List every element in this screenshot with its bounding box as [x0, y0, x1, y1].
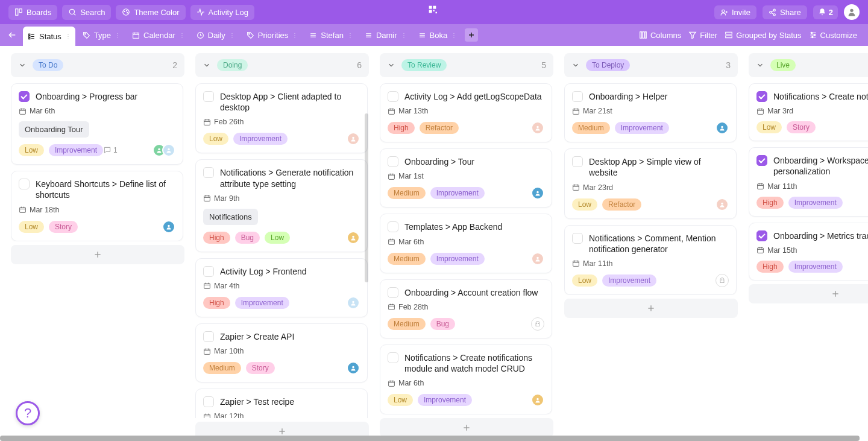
- task-checkbox[interactable]: [756, 155, 767, 166]
- task-card[interactable]: Notifications > Comment, Mention notific…: [564, 225, 737, 295]
- task-card[interactable]: Onboarding > Account creation flowFeb 28…: [380, 279, 552, 338]
- assignee-avatar[interactable]: [162, 220, 175, 233]
- task-checkbox[interactable]: [203, 167, 214, 178]
- assignee-avatar[interactable]: [531, 186, 544, 200]
- task-card[interactable]: Notifications > Generate notification at…: [195, 159, 368, 252]
- boards-button[interactable]: Boards: [8, 5, 57, 20]
- filter-option[interactable]: Filter: [688, 31, 717, 40]
- task-checkbox[interactable]: [203, 331, 214, 342]
- tag-row: MediumBug: [388, 318, 455, 330]
- view-menu-icon[interactable]: ⋮: [229, 32, 234, 39]
- task-card[interactable]: Notifications > Create notif CRUDMar 3rd…: [749, 83, 868, 141]
- task-title: Onboarding > Helper: [589, 91, 667, 102]
- columns-option[interactable]: Columns: [639, 31, 681, 40]
- collapse-icon[interactable]: [756, 61, 764, 69]
- add-card-button[interactable]: [11, 245, 184, 264]
- view-tab-boka[interactable]: Boka⋮: [414, 28, 462, 43]
- task-card[interactable]: Onboarding > Workspace personalizationMa…: [749, 147, 868, 216]
- back-button[interactable]: [5, 29, 19, 41]
- assignee-avatar[interactable]: [715, 274, 729, 287]
- view-menu-icon[interactable]: ⋮: [179, 32, 184, 39]
- add-view-button[interactable]: [465, 28, 478, 42]
- task-checkbox[interactable]: [203, 266, 214, 277]
- task-checkbox[interactable]: [572, 156, 583, 167]
- task-card[interactable]: Templates > App BackendMar 6thMediumImpr…: [380, 214, 552, 273]
- add-card-button[interactable]: [749, 284, 868, 303]
- assignee-avatar[interactable]: [531, 252, 544, 265]
- task-checkbox[interactable]: [388, 221, 398, 232]
- task-checkbox[interactable]: [756, 230, 767, 241]
- assignee-avatar[interactable]: [531, 393, 544, 407]
- task-card[interactable]: Zapier > Create APIMar 10thMediumStory: [195, 323, 368, 382]
- view-tab-daily[interactable]: Daily⋮: [192, 28, 239, 43]
- collapse-icon[interactable]: [571, 61, 580, 69]
- svg-rect-149: [758, 184, 764, 189]
- task-card[interactable]: Desktop App > Client adapted to desktopF…: [195, 83, 368, 153]
- task-checkbox[interactable]: [19, 91, 30, 102]
- task-card[interactable]: Activity Log > Add getLogScopeDataMar 13…: [380, 83, 552, 142]
- collapse-icon[interactable]: [18, 61, 27, 69]
- task-checkbox[interactable]: [203, 91, 214, 102]
- activity-button[interactable]: Activity Log: [190, 5, 254, 20]
- theme-button[interactable]: Theme Color: [116, 5, 185, 20]
- column-scrollbar[interactable]: [365, 113, 368, 282]
- task-card[interactable]: Notifications > Create notifications mod…: [380, 344, 552, 414]
- svg-rect-51: [726, 32, 732, 34]
- assignee-avatar[interactable]: [715, 198, 729, 211]
- search-button[interactable]: Search: [62, 5, 111, 20]
- group-option[interactable]: Grouped by Status: [725, 31, 801, 40]
- assignee-avatar[interactable]: [531, 121, 544, 135]
- task-card[interactable]: Desktop App > Simple view of websiteMar …: [564, 148, 737, 218]
- view-tab-damir[interactable]: Damir⋮: [360, 28, 411, 43]
- task-checkbox[interactable]: [572, 233, 583, 244]
- task-date: Mar 4th: [203, 282, 360, 290]
- assignee-avatar[interactable]: [347, 231, 360, 244]
- task-card[interactable]: Onboarding > TourMar 1stMediumImprovemen…: [380, 148, 552, 208]
- share-button[interactable]: Share: [763, 5, 807, 19]
- task-card[interactable]: Keyboard Shortcuts > Define list of shor…: [11, 171, 183, 241]
- help-button[interactable]: ?: [16, 401, 40, 425]
- view-tab-type[interactable]: Type⋮: [78, 28, 125, 43]
- add-card-button[interactable]: [564, 299, 738, 318]
- task-checkbox[interactable]: [756, 91, 767, 102]
- task-card[interactable]: Onboarding > Progress barMar 6thOnboardi…: [11, 83, 183, 165]
- view-menu-icon[interactable]: ⋮: [292, 32, 297, 39]
- assignee-avatar[interactable]: [715, 121, 729, 135]
- task-checkbox[interactable]: [388, 91, 398, 102]
- task-checkbox[interactable]: [19, 179, 30, 189]
- customize-option[interactable]: Customize: [809, 31, 857, 40]
- task-date: Mar 6th: [19, 107, 175, 115]
- view-tab-stefan[interactable]: Stefan⋮: [304, 28, 357, 43]
- view-menu-icon[interactable]: ⋮: [451, 32, 456, 39]
- task-checkbox[interactable]: [388, 287, 398, 298]
- task-checkbox[interactable]: [388, 156, 398, 167]
- view-menu-icon[interactable]: ⋮: [115, 32, 120, 39]
- collapse-icon[interactable]: [203, 61, 211, 69]
- horizontal-scrollbar[interactable]: [0, 436, 860, 441]
- notifications-button[interactable]: 2: [813, 5, 838, 19]
- task-checkbox[interactable]: [388, 352, 398, 363]
- add-card-button[interactable]: [380, 418, 553, 437]
- task-checkbox[interactable]: [572, 91, 583, 102]
- collapse-icon[interactable]: [387, 61, 395, 69]
- view-menu-icon[interactable]: ⋮: [401, 32, 406, 39]
- assignee-avatar[interactable]: [347, 296, 360, 309]
- view-menu-icon[interactable]: ⋮: [65, 33, 71, 40]
- assignee-avatar[interactable]: [347, 132, 360, 145]
- view-tab-calendar[interactable]: Calendar⋮: [127, 28, 189, 43]
- view-tab-priorities[interactable]: Priorities⋮: [242, 28, 303, 43]
- view-tab-status[interactable]: Status⋮: [23, 27, 75, 46]
- task-card[interactable]: Onboarding > Metrics trackMar 15thHighIm…: [749, 223, 868, 281]
- task-card[interactable]: Onboarding > HelperMar 21stMediumImprove…: [564, 83, 737, 142]
- task-card[interactable]: Activity Log > FrontendMar 4thHighImprov…: [195, 258, 368, 317]
- assignee-avatar[interactable]: [162, 144, 175, 157]
- assignee-avatar[interactable]: [531, 317, 544, 331]
- task-card[interactable]: Zapier > Test recipeMar 12thHighStory: [195, 389, 368, 418]
- comment-count[interactable]: 1: [103, 146, 118, 154]
- view-menu-icon[interactable]: ⋮: [347, 32, 353, 39]
- task-checkbox[interactable]: [203, 396, 214, 407]
- assignee-avatar[interactable]: [347, 361, 360, 375]
- invite-button[interactable]: Invite: [714, 5, 756, 19]
- view-icon: [365, 31, 373, 39]
- user-avatar[interactable]: [844, 4, 860, 20]
